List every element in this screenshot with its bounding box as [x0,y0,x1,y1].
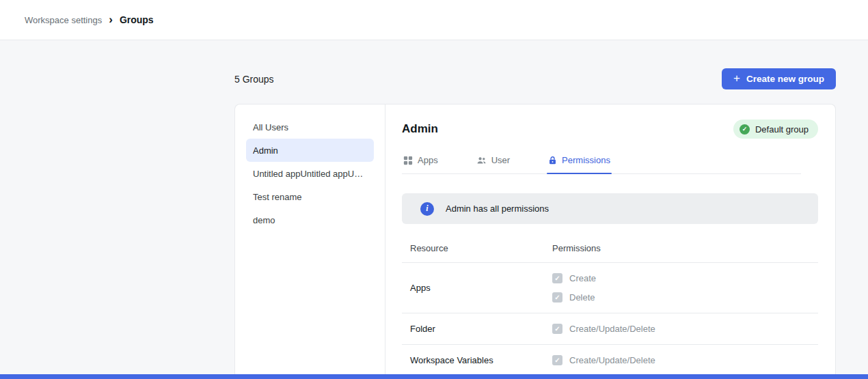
group-detail-panel: Admin ✓ Default group Apps [385,104,835,379]
create-new-group-label: Create new group [746,74,824,84]
apps-grid-icon [403,156,413,165]
create-new-group-button[interactable]: + Create new group [722,68,836,89]
header-resource: Resource [410,243,552,253]
table-row-folder: Folder Create/Update/Delete [402,313,818,345]
default-group-label: Default group [755,124,809,135]
breadcrumb-chevron-icon: › [109,14,113,25]
delete-checkbox[interactable] [552,292,562,303]
permissions-table: Resource Permissions Apps Create Delete [402,235,818,376]
group-item-demo[interactable]: demo [246,208,374,231]
create-checkbox[interactable] [552,273,562,283]
check-circle-icon: ✓ [740,124,750,135]
tab-permissions[interactable]: Permissions [547,152,612,173]
tab-user-label: User [491,155,510,165]
tab-apps[interactable]: Apps [402,152,439,173]
group-list: All Users Admin Untitled appUntitled app… [235,104,385,379]
table-row-apps: Apps Create Delete [402,263,818,313]
lock-icon [548,156,557,165]
resource-name: Workspace Variables [410,355,552,365]
users-icon [476,156,487,165]
plus-icon: + [733,72,740,84]
group-item-admin[interactable]: Admin [246,139,374,162]
group-item-test-rename[interactable]: Test rename [246,185,374,208]
group-title: Admin [402,122,438,136]
group-item-all-users[interactable]: All Users [246,115,374,139]
header-permissions: Permissions [552,243,818,253]
permissions-cell: Create/Update/Delete [552,324,818,334]
info-banner-text: Admin has all permissions [446,203,549,214]
bottom-accent-bar [0,374,868,379]
permission-folder-cud: Create/Update/Delete [552,324,818,334]
top-bar: Workspace settings › Groups [0,0,868,40]
info-icon: i [420,202,434,216]
permissions-cell: Create/Update/Delete [552,355,818,365]
tab-apps-label: Apps [418,155,438,165]
wsvar-cud-checkbox[interactable] [552,355,562,365]
groups-count: 5 Groups [234,74,274,85]
default-group-badge: ✓ Default group [733,120,818,139]
permissions-cell: Create Delete [552,273,818,303]
resource-name: Apps [410,283,552,293]
tab-user[interactable]: User [475,152,511,173]
folder-cud-checkbox[interactable] [552,324,562,334]
tab-bar: Apps User [402,152,801,174]
resource-name: Folder [410,324,552,334]
table-header: Resource Permissions [402,235,818,263]
detail-header: Admin ✓ Default group [402,120,818,139]
permission-wsvar-cud: Create/Update/Delete [552,355,818,365]
groups-card: All Users Admin Untitled appUntitled app… [234,104,836,379]
permission-create: Create [552,273,818,283]
breadcrumb-workspace-settings[interactable]: Workspace settings [25,15,102,25]
permission-delete: Delete [552,292,818,303]
table-row-workspace-variables: Workspace Variables Create/Update/Delete [402,345,818,376]
breadcrumb-current-groups: Groups [120,14,154,25]
group-item-untitled-app[interactable]: Untitled appUntitled appUntitle… [246,162,374,185]
info-banner: i Admin has all permissions [402,193,818,224]
tab-permissions-label: Permissions [562,155,610,165]
content-header: 5 Groups + Create new group [234,68,836,89]
